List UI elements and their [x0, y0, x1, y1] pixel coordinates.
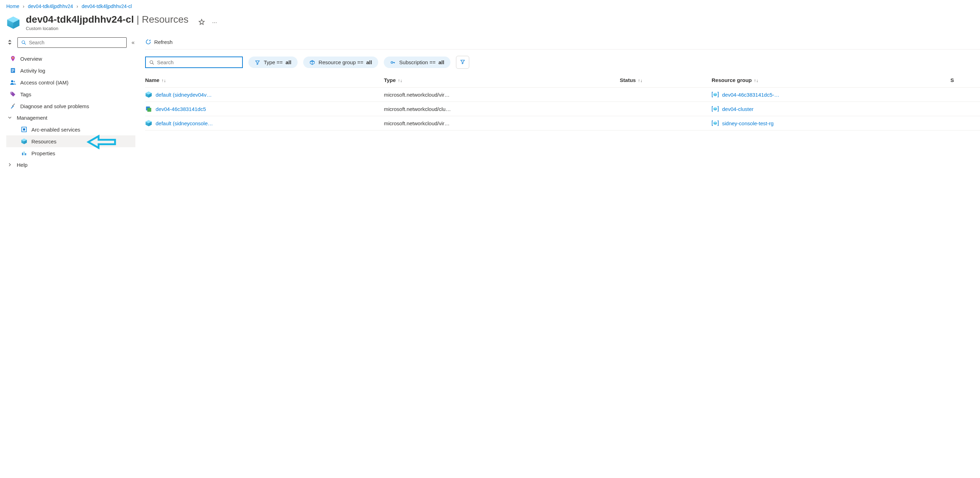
svg-point-20 [22, 41, 25, 44]
toolbar: Refresh [145, 37, 980, 49]
chevron-right-icon: › [23, 3, 24, 9]
sidebar-item-label: Arc-enabled services [32, 127, 80, 132]
main-content: Refresh Type == all Resource group == al… [145, 37, 980, 170]
breadcrumb: Home › dev04-tdk4ljpdhhv24 › dev04-tdk4l… [6, 3, 980, 12]
sort-icon: ↑↓ [398, 78, 402, 83]
sidebar-item-diagnose[interactable]: Diagnose and solve problems [6, 100, 135, 112]
sidebar-item-tags[interactable]: Tags [6, 88, 135, 100]
filter-bar: Type == all Resource group == all Subscr… [145, 49, 980, 73]
col-resource-group[interactable]: Resource group↑↓ [712, 73, 951, 88]
resource-group-link[interactable]: dev04-cluster [722, 106, 754, 112]
cell-subscription [950, 116, 980, 131]
more-actions-button[interactable]: ⋯ [212, 20, 217, 25]
col-subscription[interactable]: S [950, 73, 980, 88]
resource-group-icon [712, 105, 719, 112]
sidebar-item-label: Resources [32, 139, 57, 145]
filter-pill-label: Type == all [264, 59, 291, 65]
resource-name-link[interactable]: dev04-46c383141dc5 [156, 106, 206, 112]
breadcrumb-level1[interactable]: dev04-tdk4ljpdhhv24 [28, 3, 73, 9]
search-icon [21, 40, 26, 45]
filter-search[interactable] [145, 57, 243, 68]
table-row[interactable]: default (sidneyconsole…microsoft.network… [145, 116, 980, 131]
table-row[interactable]: dev04-46c383141dc5microsoft.networkcloud… [145, 102, 980, 116]
filter-pill-label: Resource group == all [318, 59, 372, 65]
svg-point-22 [150, 61, 153, 63]
breadcrumb-home[interactable]: Home [6, 3, 19, 9]
resource-group-icon [712, 91, 719, 98]
sidebar-section-help[interactable]: Help [6, 159, 135, 170]
resource-group-icon [712, 120, 719, 127]
refresh-icon [145, 39, 151, 45]
svg-point-24 [391, 61, 393, 63]
col-status[interactable]: Status↑↓ [620, 73, 712, 88]
sidebar-item-label: Overview [20, 56, 42, 62]
refresh-button[interactable]: Refresh [145, 39, 173, 45]
sidebar-item-activity-log[interactable]: Activity log [6, 65, 135, 76]
resource-icon [145, 105, 152, 112]
cell-subscription [950, 88, 980, 102]
filter-pill-label: Subscription == all [399, 59, 444, 65]
filter-pill-type[interactable]: Type == all [248, 57, 298, 68]
sort-icon: ↑↓ [162, 78, 166, 83]
sidebar-item-label: Tags [20, 91, 32, 97]
resource-group-link[interactable]: sidney-console-test-rg [722, 120, 774, 126]
sidebar-item-resources[interactable]: Resources [6, 135, 135, 147]
resource-name-link[interactable]: default (sidneyconsole… [156, 120, 213, 126]
expand-collapse-all-icon[interactable] [6, 38, 13, 47]
cell-status [620, 102, 712, 116]
resource-name-link[interactable]: default (sidneydev04v… [156, 92, 212, 98]
key-icon [390, 60, 396, 65]
sidebar-item-label: Activity log [20, 68, 45, 73]
sidebar-item-arc-enabled[interactable]: Arc-enabled services [6, 124, 135, 135]
col-type[interactable]: Type↑↓ [384, 73, 620, 88]
filter-search-input[interactable] [157, 59, 239, 65]
sort-icon: ↑↓ [754, 78, 759, 83]
sidebar-section-label: Help [17, 162, 27, 168]
refresh-label: Refresh [154, 39, 173, 45]
arc-icon [21, 126, 27, 132]
sidebar-item-overview[interactable]: Overview [6, 53, 135, 65]
chevron-down-icon [8, 115, 13, 121]
resource-icon [145, 120, 152, 127]
pin-icon [10, 56, 16, 62]
svg-line-23 [153, 63, 154, 64]
sidebar-item-access-control[interactable]: Access control (IAM) [6, 76, 135, 88]
sort-icon: ↑↓ [638, 78, 642, 83]
sidebar-item-properties[interactable]: Properties [6, 147, 135, 159]
cell-status [620, 88, 712, 102]
favorite-button[interactable] [198, 19, 205, 27]
filter-pill-resource-group[interactable]: Resource group == all [303, 57, 378, 68]
cube-outline-icon [309, 60, 315, 65]
cell-subscription [950, 102, 980, 116]
sidebar-item-label: Properties [32, 150, 55, 156]
breadcrumb-level2[interactable]: dev04-tdk4ljpdhhv24-cl [82, 3, 132, 9]
custom-location-icon [6, 16, 20, 30]
resources-table: Name↑↓ Type↑↓ Status↑↓ Resource group↑↓ … [145, 73, 980, 131]
resource-type-label: Custom location [26, 26, 188, 31]
collapse-sidebar-button[interactable]: « [131, 38, 135, 47]
search-icon [149, 60, 154, 65]
sidebar-search-input[interactable] [29, 40, 123, 45]
table-row[interactable]: default (sidneydev04v…microsoft.networkc… [145, 88, 980, 102]
sidebar-item-label: Diagnose and solve problems [20, 103, 89, 109]
sidebar-item-label: Access control (IAM) [20, 80, 68, 86]
log-icon [10, 67, 16, 73]
page-title: dev04-tdk4ljpdhhv24-cl | Resources [26, 14, 188, 25]
svg-line-21 [24, 43, 26, 45]
cell-type: microsoft.networkcloud/vir… [384, 88, 620, 102]
resource-group-link[interactable]: dev04-46c383141dc5-… [722, 92, 780, 98]
people-icon [10, 79, 16, 86]
chevron-right-icon: › [76, 3, 78, 9]
filter-pill-subscription[interactable]: Subscription == all [384, 57, 450, 68]
chevron-right-icon [8, 162, 13, 168]
bars-icon [21, 150, 27, 156]
tools-icon [10, 103, 16, 109]
sidebar-search[interactable] [18, 37, 127, 48]
page-header: dev04-tdk4ljpdhhv24-cl | Resources Custo… [6, 12, 980, 32]
sidebar-section-management[interactable]: Management [6, 112, 135, 124]
cell-type: microsoft.networkcloud/vir… [384, 116, 620, 131]
sidebar-section-label: Management [17, 115, 48, 121]
col-name[interactable]: Name↑↓ [145, 73, 384, 88]
cell-type: microsoft.networkcloud/clu… [384, 102, 620, 116]
add-filter-button[interactable] [456, 56, 469, 69]
